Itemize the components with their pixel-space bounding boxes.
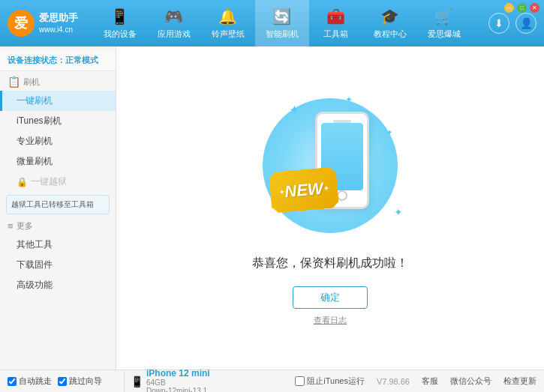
nav-ringtones[interactable]: 🔔 铃声壁纸 xyxy=(201,0,255,46)
logo-text: 爱思助手 www.i4.cn xyxy=(39,12,78,34)
flash-section-title: 📋 刷机 xyxy=(0,71,116,91)
nav-my-device[interactable]: 📱 我的设备 xyxy=(93,0,147,46)
close-button[interactable]: ✕ xyxy=(530,3,539,13)
confirm-button[interactable]: 确定 xyxy=(293,286,368,309)
toolbox-icon: 🧰 xyxy=(326,7,345,25)
phone-speaker xyxy=(333,120,351,123)
sidebar-item-one-key-flash[interactable]: 一键刷机 xyxy=(0,91,116,111)
sidebar: 设备连接状态：正常模式 📋 刷机 一键刷机 iTunes刷机 专业刷机 微量刷机… xyxy=(0,46,116,370)
success-message: 恭喜您，保资料刷机成功啦！ xyxy=(252,256,408,271)
nav-toolbox[interactable]: 🧰 工具箱 xyxy=(309,0,363,46)
user-button[interactable]: 👤 xyxy=(515,13,536,34)
sidebar-item-one-key-jb: 🔒 一键越狱 xyxy=(0,172,116,192)
tutorial-icon: 🎓 xyxy=(380,7,399,25)
new-label: NEW xyxy=(284,178,323,201)
device-details: iPhone 12 mini 64GB Down-12mini-13,1 xyxy=(146,368,210,393)
smart-flash-icon: 🔄 xyxy=(272,7,291,25)
bottom-right-area: 阻止iTunes运行 V7.98.66 客服 微信公众号 检查更新 xyxy=(295,376,536,387)
nav-apps-games[interactable]: 🎮 应用游戏 xyxy=(147,0,201,46)
star-right-icon: ✦ xyxy=(323,184,329,193)
maximize-button[interactable]: □ xyxy=(517,3,527,13)
logo: 爱 爱思助手 www.i4.cn xyxy=(8,10,83,37)
check-update-link[interactable]: 检查更新 xyxy=(503,376,536,387)
device-model: Down-12mini-13,1 xyxy=(146,387,210,393)
sidebar-item-pro-flash[interactable]: 专业刷机 xyxy=(0,131,116,151)
bottom-left-area: 自动跳走 跳过向导 xyxy=(8,376,124,387)
stop-itunes-checkbox[interactable] xyxy=(295,376,305,386)
sidebar-item-itunes-flash[interactable]: iTunes刷机 xyxy=(0,111,116,131)
sidebar-item-data-flash[interactable]: 微量刷机 xyxy=(0,151,116,172)
new-ribbon: ✦ NEW ✦ xyxy=(269,166,339,214)
download-button[interactable]: ⬇ xyxy=(488,13,509,34)
view-log-link[interactable]: 查看日志 xyxy=(314,315,347,326)
header: 爱 爱思助手 www.i4.cn 📱 我的设备 🎮 应用游戏 🔔 铃声壁纸 🔄 … xyxy=(0,0,544,46)
auto-jump-input[interactable] xyxy=(8,377,17,386)
sidebar-item-advanced[interactable]: 高级功能 xyxy=(0,275,116,295)
connection-status: 设备连接状态：正常模式 xyxy=(0,50,116,71)
main-nav: 📱 我的设备 🎮 应用游戏 🔔 铃声壁纸 🔄 智能刷机 🧰 工具箱 🎓 教程中心… xyxy=(83,0,481,46)
sparkle-4: ✦ xyxy=(394,206,403,218)
my-device-icon: 📱 xyxy=(110,7,129,25)
phone-icon: 📱 xyxy=(131,376,143,388)
auto-jump-checkbox[interactable]: 自动跳走 xyxy=(8,376,52,387)
sparkle-2: ✦ xyxy=(345,94,353,105)
tmall-icon: 🛒 xyxy=(434,7,453,25)
nav-smart-flash[interactable]: 🔄 智能刷机 xyxy=(255,0,309,46)
logo-icon: 爱 xyxy=(8,10,35,37)
nav-tmall[interactable]: 🛒 爱思爆城 xyxy=(417,0,471,46)
sidebar-item-download-fw[interactable]: 下载固件 xyxy=(0,255,116,275)
skip-wizard-checkbox[interactable]: 跳过向导 xyxy=(58,376,102,387)
wechat-public-link[interactable]: 微信公众号 xyxy=(450,376,491,387)
bottom-bar: 自动跳走 跳过向导 📱 iPhone 12 mini 64GB Down-12m… xyxy=(0,370,544,392)
phone-illustration: ✦ ✦ ✦ ✦ ✦ NEW ✦ xyxy=(248,91,413,241)
jailbreak-notice: 越狱工具已转移至工具箱 xyxy=(6,195,110,214)
ringtones-icon: 🔔 xyxy=(218,7,237,25)
version-label: V7.98.66 xyxy=(377,377,410,386)
sidebar-item-other-tools[interactable]: 其他工具 xyxy=(0,235,116,255)
sparkle-3: ✦ xyxy=(386,128,392,136)
header-actions: ⬇ 👤 xyxy=(488,13,536,34)
stop-itunes-area: 阻止iTunes运行 xyxy=(295,376,365,387)
main-layout: 设备连接状态：正常模式 📋 刷机 一键刷机 iTunes刷机 专业刷机 微量刷机… xyxy=(0,46,544,370)
device-info: 📱 iPhone 12 mini 64GB Down-12mini-13,1 xyxy=(124,368,210,393)
customer-service-link[interactable]: 客服 xyxy=(422,376,438,387)
nav-tutorial[interactable]: 🎓 教程中心 xyxy=(363,0,417,46)
device-storage: 64GB xyxy=(146,379,210,387)
sparkle-1: ✦ xyxy=(289,102,300,118)
more-section-title: ≡ 更多 xyxy=(0,217,116,235)
minimize-button[interactable]: ─ xyxy=(504,3,514,13)
content-area: ✦ ✦ ✦ ✦ ✦ NEW ✦ 恭喜您，保资料刷机成功啦！ 确定 查看日志 xyxy=(116,46,544,370)
apps-games-icon: 🎮 xyxy=(164,7,183,25)
skip-wizard-input[interactable] xyxy=(58,377,67,386)
